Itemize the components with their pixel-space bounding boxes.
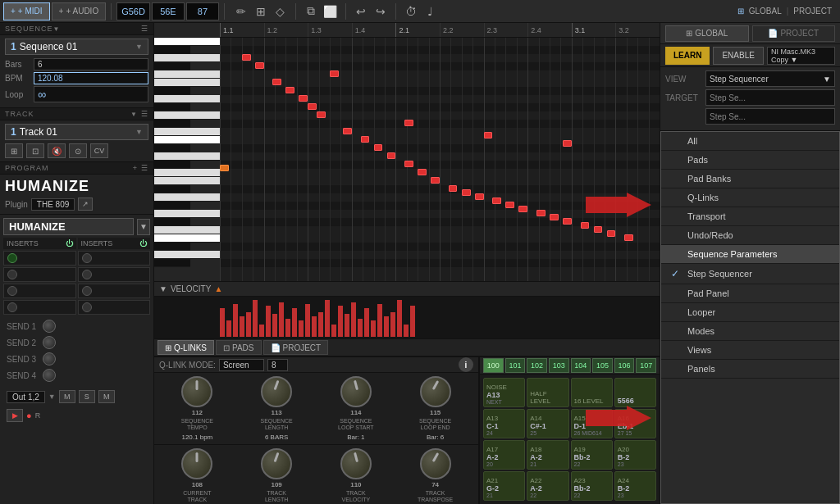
- target-select-1[interactable]: Step Se...: [705, 89, 835, 106]
- dropdown-item-looper[interactable]: Looper: [661, 303, 839, 322]
- metro-icon[interactable]: ♩: [422, 3, 439, 20]
- track-icon-1[interactable]: ⊞: [5, 143, 23, 158]
- pad-15[interactable]: A24B-223: [614, 471, 656, 501]
- dropdown-item-panels[interactable]: Panels: [661, 360, 839, 379]
- dropdown-item-q-links[interactable]: Q-Links: [661, 188, 839, 207]
- dropdown-item-pads[interactable]: Pads: [661, 151, 839, 170]
- send-4-knob[interactable]: [43, 369, 56, 382]
- qlink-knob-74[interactable]: [420, 448, 451, 479]
- pad-0[interactable]: NOISEA13NEXT: [483, 378, 525, 407]
- pencil-icon[interactable]: ✏: [233, 3, 249, 20]
- insert-toggle-1[interactable]: [7, 253, 17, 263]
- pad-num-103[interactable]: 103: [549, 358, 569, 373]
- insert-toggle-r4[interactable]: [82, 302, 92, 312]
- tab-pads[interactable]: ⊡ PADS: [216, 340, 262, 355]
- pad-6[interactable]: A15D-126 MID614: [571, 409, 613, 438]
- pad-11[interactable]: A20B-223: [614, 440, 656, 470]
- tab-qlinks[interactable]: ⊞ Q-LINKS: [158, 340, 214, 355]
- insert-toggle-4[interactable]: [7, 302, 17, 312]
- qlink-knob-109[interactable]: [261, 448, 292, 479]
- pad-4[interactable]: A13C-124: [483, 409, 525, 438]
- qlink-mode-num[interactable]: 8: [267, 359, 288, 371]
- qlink-knob-115[interactable]: [420, 376, 451, 407]
- pad-12[interactable]: A21G-221: [483, 471, 525, 501]
- pad-10[interactable]: A19Bb-222: [571, 440, 613, 470]
- pad-13[interactable]: A22A-222: [527, 471, 568, 501]
- power-icon[interactable]: ⏻: [66, 239, 73, 247]
- dropdown-item-pad-panel[interactable]: Pad Panel: [661, 284, 839, 303]
- qlink-mode-select[interactable]: Screen: [219, 359, 264, 371]
- solo-button[interactable]: S: [79, 390, 95, 403]
- output-select[interactable]: Out 1,2: [7, 391, 45, 403]
- qlink-knob-108[interactable]: [181, 448, 212, 479]
- pad-3[interactable]: 5566: [614, 378, 656, 407]
- send-3-knob[interactable]: [43, 352, 56, 366]
- monitor-button[interactable]: M: [98, 390, 115, 403]
- note-grid[interactable]: [220, 38, 660, 281]
- dropdown-item-all[interactable]: All: [661, 132, 839, 151]
- send-2-knob[interactable]: [43, 336, 56, 349]
- track-icon-2[interactable]: ⊡: [26, 143, 44, 158]
- pad-7[interactable]: A16Eb-127 15: [614, 409, 656, 438]
- undo-icon[interactable]: ↩: [353, 3, 369, 20]
- redo-icon[interactable]: ↪: [372, 3, 389, 20]
- tab-project[interactable]: 📄 PROJECT: [263, 340, 329, 355]
- square-icon[interactable]: ⬜: [322, 3, 339, 20]
- audio-button[interactable]: + + AUDIO: [52, 2, 107, 20]
- strip-arrow[interactable]: ▼: [137, 219, 150, 235]
- track-icon-mute[interactable]: 🔇: [48, 143, 66, 158]
- dropdown-item-sequence-parameters[interactable]: Sequence Parameters: [661, 245, 839, 264]
- diamond-icon[interactable]: ◇: [272, 3, 289, 20]
- sequence-name-box[interactable]: 1 Sequence 01 ▼: [5, 39, 148, 55]
- plugin-value[interactable]: THE 809: [31, 198, 75, 211]
- track-name-box[interactable]: 1 Track 01 ▼: [5, 124, 148, 140]
- tempo-icon[interactable]: ⏱: [403, 3, 419, 20]
- enable-button[interactable]: ENABLE: [713, 47, 763, 65]
- dropdown-item-transport[interactable]: Transport: [661, 207, 839, 226]
- target-select-2[interactable]: Step Se...: [705, 108, 835, 125]
- project-button[interactable]: 📄 PROJECT: [752, 25, 836, 42]
- strip-name[interactable]: HUMANIZE: [3, 218, 134, 235]
- track-icon-cv[interactable]: CV: [90, 143, 108, 158]
- qlink-knob-113[interactable]: [261, 376, 292, 407]
- qlink-knob-114[interactable]: [340, 376, 372, 407]
- bpm-value[interactable]: 120.08: [34, 72, 148, 84]
- pad-8[interactable]: A17A-220: [483, 440, 525, 470]
- pad-num-101[interactable]: 101: [505, 358, 526, 373]
- dropdown-item-views[interactable]: Views: [661, 341, 839, 360]
- grid-icon[interactable]: ⊞: [253, 3, 269, 20]
- learn-button[interactable]: LEARN: [665, 47, 710, 65]
- bars-value[interactable]: 6: [34, 58, 148, 70]
- dropdown-item-modes[interactable]: Modes: [661, 322, 839, 341]
- mute-button[interactable]: M: [59, 390, 75, 403]
- insert-toggle-2[interactable]: [7, 270, 17, 279]
- pad-num-100[interactable]: 100: [483, 358, 504, 373]
- insert-toggle-3[interactable]: [7, 286, 17, 296]
- track-icon-4[interactable]: ⊙: [69, 143, 87, 158]
- pad-num-107[interactable]: 107: [636, 358, 656, 373]
- view-select[interactable]: Step Sequencer ▼: [705, 70, 835, 87]
- device-select[interactable]: NI Masc.MK3 Copy ▼: [767, 47, 835, 65]
- pad-9[interactable]: A18A-221: [527, 440, 568, 470]
- pad-2[interactable]: 16 LEVEL: [571, 378, 613, 407]
- power-icon-2[interactable]: ⏻: [139, 239, 147, 247]
- dropdown-item-step-sequencer[interactable]: ✓Step Sequencer: [661, 264, 839, 284]
- dropdown-item-pad-banks[interactable]: Pad Banks: [661, 170, 839, 188]
- dropdown-item-undo/redo[interactable]: Undo/Redo: [661, 226, 839, 245]
- info-button[interactable]: i: [459, 357, 473, 372]
- insert-toggle-r3[interactable]: [82, 286, 92, 296]
- record-button[interactable]: ▶: [7, 409, 23, 422]
- insert-toggle-r2[interactable]: [82, 270, 92, 279]
- qlink-knob-110[interactable]: [340, 448, 372, 479]
- global-button[interactable]: ⊞ GLOBAL: [665, 25, 749, 42]
- pad-num-102[interactable]: 102: [527, 358, 547, 373]
- pad-num-104[interactable]: 104: [571, 358, 591, 373]
- loop-toggle[interactable]: ∞: [34, 86, 148, 102]
- pad-14[interactable]: A23Bb-222: [571, 471, 613, 501]
- send-1-knob[interactable]: [43, 320, 56, 333]
- pad-num-105[interactable]: 105: [592, 358, 613, 373]
- plugin-external-button[interactable]: ↗: [78, 198, 93, 211]
- pad-num-106[interactable]: 106: [614, 358, 635, 373]
- pad-5[interactable]: A14C#-125: [527, 409, 568, 438]
- pad-1[interactable]: HALF LEVEL: [527, 378, 568, 407]
